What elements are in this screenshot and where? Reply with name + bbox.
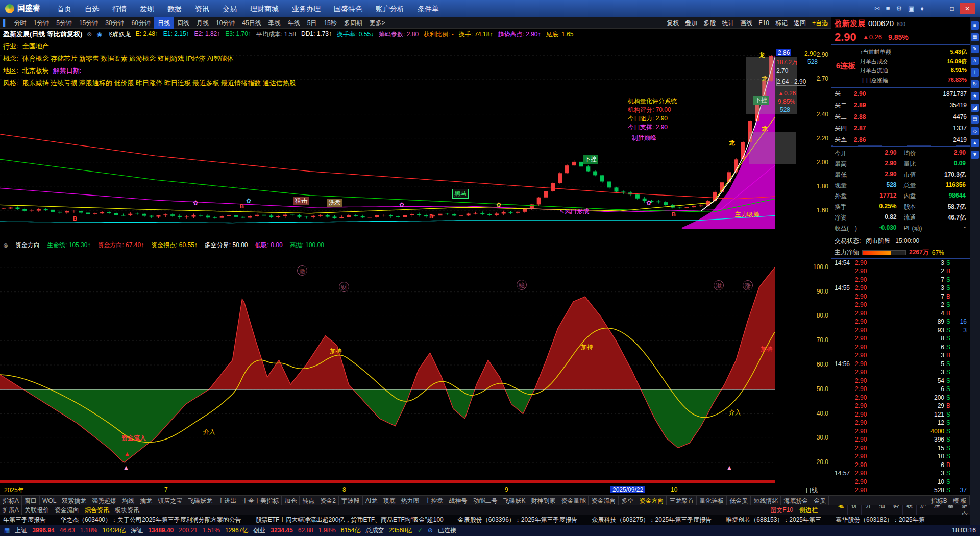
period-tab[interactable]: 日线 bbox=[154, 17, 174, 29]
chart-tool-button[interactable]: F10 bbox=[755, 17, 772, 29]
period-tab[interactable]: 月线 bbox=[193, 17, 212, 29]
news-item[interactable]: 金辰股份（603396）：2025年第三季度报告 bbox=[458, 516, 578, 524]
bottom-tab[interactable]: 海底捞金 bbox=[781, 496, 811, 506]
bottom-tab[interactable]: 转点 bbox=[300, 496, 317, 506]
bottom-tab[interactable]: 低金叉 bbox=[727, 496, 751, 506]
chart-tool-button[interactable]: 多股 bbox=[700, 17, 719, 29]
fund-direction-chart[interactable] bbox=[0, 251, 775, 484]
bottom-tab[interactable]: 主控盘 bbox=[422, 496, 446, 506]
style-values[interactable]: 股东减持 连续亏损 深股通标的 低价股 昨日涨停 昨日连板 最近多板 最近情绪指… bbox=[22, 79, 296, 88]
close-button[interactable]: ✕ bbox=[960, 3, 975, 14]
period-tab[interactable]: 5日 bbox=[304, 17, 321, 29]
news-item[interactable]: 年第三季度报告 bbox=[3, 516, 46, 524]
panel-tab[interactable]: 价 bbox=[848, 505, 862, 515]
quick-link[interactable]: 图文F10 bbox=[770, 506, 793, 515]
bottom-tab[interactable]: 强势起爆 bbox=[89, 496, 119, 506]
bottom-tab[interactable]: 窗口 bbox=[22, 496, 40, 506]
chart-tool-button[interactable]: 标记 bbox=[772, 17, 791, 29]
menu-item[interactable]: 自选 bbox=[78, 0, 106, 17]
monitor-icon[interactable]: ▣ bbox=[908, 5, 914, 12]
bottom-tab-right[interactable]: 模 板 bbox=[950, 496, 970, 506]
bottom-tab[interactable]: 主进出 bbox=[215, 496, 239, 506]
bottom-tab[interactable]: 飞碟妖K bbox=[500, 496, 528, 506]
bottom-tab[interactable]: 资金流向 bbox=[589, 496, 619, 506]
info-tab[interactable]: 板块资讯 bbox=[112, 505, 142, 515]
bottom-tab[interactable]: 宇波段 bbox=[339, 496, 363, 506]
edge-tool-icon[interactable]: ✎ bbox=[971, 45, 979, 53]
bottom-tab[interactable]: AI龙 bbox=[363, 496, 380, 506]
bottom-tab[interactable]: 金叉 bbox=[811, 496, 829, 506]
message-icon[interactable]: ✉ bbox=[874, 5, 880, 12]
news-item[interactable]: 华之杰（603400）：关于公司2025年第三季度利润分配方案的公告 bbox=[60, 516, 241, 524]
menu-item[interactable]: 账户分析 bbox=[369, 0, 411, 17]
bottom-tab[interactable]: 动能二号 bbox=[470, 496, 500, 506]
menu-item[interactable]: 发现 bbox=[133, 0, 161, 17]
industry-value[interactable]: 全国地产 bbox=[22, 42, 49, 51]
panel-tab[interactable]: 基 bbox=[944, 505, 958, 515]
period-tab[interactable]: 45日线 bbox=[238, 17, 264, 29]
bottom-tab-right[interactable]: 指标B bbox=[928, 496, 950, 506]
period-tab[interactable]: 年线 bbox=[284, 17, 304, 29]
edge-tool-icon[interactable]: ◪ bbox=[971, 104, 979, 112]
news-item[interactable]: 众辰科技（603275）：2025年第三季度报告 bbox=[592, 516, 712, 524]
edge-tool-icon[interactable]: ≡ bbox=[971, 21, 979, 30]
chart-tool-button[interactable]: 返回 bbox=[791, 17, 809, 29]
period-tab[interactable]: 60分钟 bbox=[128, 17, 154, 29]
maximize-button[interactable]: □ bbox=[944, 3, 960, 14]
bottom-tab[interactable]: 双紫擒龙 bbox=[59, 496, 89, 506]
bottom-tab[interactable]: 飞碟妖龙 bbox=[185, 496, 215, 506]
minimize-button[interactable]: ─ bbox=[929, 3, 944, 14]
bid-queue[interactable]: 买一2.901871737买二2.8935419买三2.884476买四2.87… bbox=[831, 88, 970, 147]
panel-tab[interactable]: 联 bbox=[903, 505, 917, 515]
period-tab[interactable]: 15秒 bbox=[320, 17, 340, 29]
info-tab[interactable]: 扩展A bbox=[0, 505, 22, 515]
menu-icon[interactable]: ≡ bbox=[886, 5, 890, 12]
close-indicator-icon[interactable]: ⊗ bbox=[87, 31, 92, 38]
news-item[interactable]: 嘉华股份（603182）：2025年第 bbox=[836, 516, 925, 524]
period-tab[interactable]: 10分钟 bbox=[212, 17, 238, 29]
bottom-tab[interactable]: 战神号 bbox=[446, 496, 470, 506]
panel-tab[interactable]: 分 bbox=[862, 505, 875, 515]
menu-item[interactable]: 交易 bbox=[216, 0, 243, 17]
bottom-tab[interactable]: 资金量能 bbox=[558, 496, 589, 506]
period-tab[interactable]: 30分钟 bbox=[102, 17, 128, 29]
period-tab[interactable]: 更多> bbox=[366, 17, 389, 29]
settings-icon[interactable]: ⚙ bbox=[896, 5, 902, 12]
bottom-tab[interactable]: 三龙聚首 bbox=[667, 496, 697, 506]
edge-tool-icon[interactable]: ↻ bbox=[971, 80, 979, 88]
panel-tab[interactable]: 细 bbox=[875, 505, 889, 515]
panel-tab[interactable]: 沪 bbox=[917, 505, 930, 515]
edge-tool-icon[interactable]: Ａ bbox=[971, 57, 979, 65]
news-item[interactable]: 股票ETF上周大幅净流出超200亿，货币ETF、商品ETF均“吸金”超100 bbox=[256, 516, 444, 524]
edge-tool-icon[interactable]: + bbox=[971, 68, 979, 77]
period-tab[interactable]: 15分钟 bbox=[76, 17, 102, 29]
info-tab[interactable]: 综合资讯 bbox=[82, 505, 112, 515]
panel-tab[interactable]: 笔 bbox=[834, 505, 848, 515]
bottom-tab[interactable]: 镇店之宝 bbox=[155, 496, 185, 506]
concept-values[interactable]: 体育概念 存储芯片 新零售 数据要素 旅游概念 短剧游戏 IP经济 AI智能体 bbox=[22, 54, 234, 63]
bottom-tab[interactable]: 均线 bbox=[119, 496, 137, 506]
bottom-tab[interactable]: 多空 bbox=[619, 496, 636, 506]
bottom-tab[interactable]: 指标A bbox=[0, 496, 22, 506]
bottom-tab[interactable]: 热力图 bbox=[398, 496, 422, 506]
chart-tool-button[interactable]: 叠加 bbox=[682, 17, 700, 29]
info-tab[interactable]: 关联报价 bbox=[22, 505, 52, 515]
region-value[interactable]: 北京板块 bbox=[22, 66, 49, 76]
menu-item[interactable]: 条件单 bbox=[411, 0, 446, 17]
menu-item[interactable]: 国盛特色 bbox=[327, 0, 369, 17]
chart-tool-button[interactable]: +自选 bbox=[809, 17, 831, 29]
period-tab[interactable]: 分时 bbox=[11, 17, 30, 29]
close-panel-icon[interactable]: ⊗ bbox=[3, 242, 8, 249]
period-tab[interactable]: 1分钟 bbox=[30, 17, 53, 29]
notify-icon[interactable]: ♦ bbox=[920, 5, 924, 12]
edge-tool-icon[interactable]: ★ bbox=[971, 92, 979, 100]
edge-tool-icon[interactable]: ▤ bbox=[971, 115, 979, 124]
edge-tool-icon[interactable]: ▦ bbox=[971, 33, 979, 41]
chart-tool-button[interactable]: 画线 bbox=[737, 17, 755, 29]
menu-item[interactable]: 资讯 bbox=[188, 0, 216, 17]
menu-item[interactable]: 业务办理 bbox=[285, 0, 327, 17]
edge-tool-icon[interactable]: ▲ bbox=[971, 139, 979, 147]
panel-tab[interactable]: 深 bbox=[930, 505, 944, 515]
chart-mode-icon[interactable]: ▌ bbox=[0, 19, 11, 27]
menu-item[interactable]: 理财商城 bbox=[243, 0, 285, 17]
